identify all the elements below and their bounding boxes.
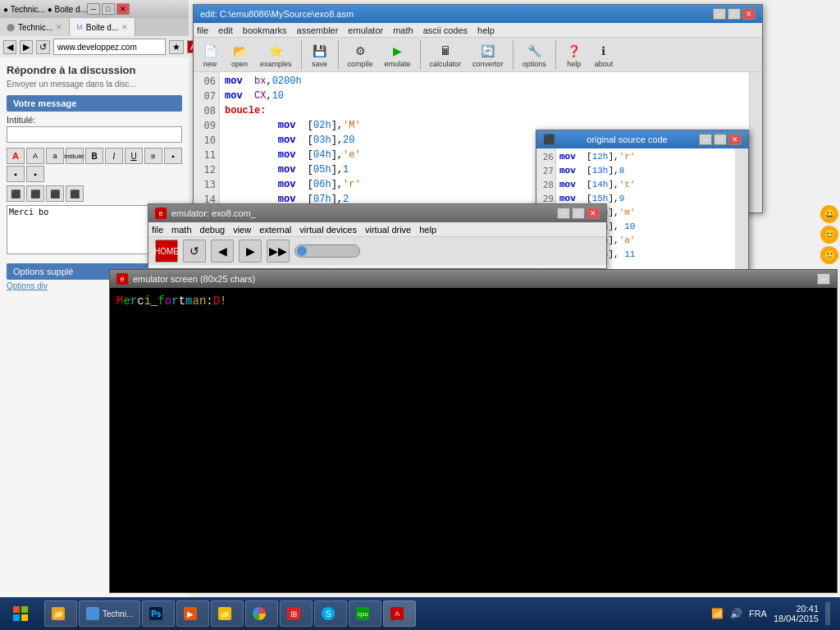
taskbar-item-windows[interactable]: ⊞	[280, 600, 313, 627]
browser-close-btn[interactable]: ✕	[116, 3, 130, 15]
forum-btn-underline[interactable]: U	[125, 148, 143, 164]
taskbar-item-media[interactable]: ▶	[176, 600, 209, 627]
editor-tb-new[interactable]: 📄 new	[197, 39, 223, 71]
editor-scrollbar-vertical[interactable]	[749, 72, 762, 212]
forum-btn-bold[interactable]: B	[85, 148, 103, 164]
taskbar-item-skype[interactable]: S	[314, 600, 347, 627]
editor-menu-edit[interactable]: edit	[218, 25, 233, 35]
forum-btn-img1[interactable]: ⬛	[7, 185, 25, 202]
editor-menu-file[interactable]: file	[197, 25, 208, 35]
source-scrollbar[interactable]	[735, 148, 748, 272]
about-icon: ℹ	[595, 42, 613, 60]
emulator-title-bar: e emulator: exo8.com_ ─ □ ✕	[148, 204, 606, 222]
source-maximize-btn[interactable]: □	[714, 134, 727, 145]
emu-menu-debug[interactable]: debug	[200, 225, 226, 235]
explorer-icon: 📁	[218, 607, 231, 620]
forum-btn-img4[interactable]: ⬛	[66, 185, 84, 202]
editor-tb-save[interactable]: 💾 save	[307, 39, 333, 71]
browser-title-text: ● Technic... ● Boite d...	[3, 5, 87, 14]
emu-step-back-btn[interactable]: ◀	[211, 240, 234, 262]
emu-menu-view[interactable]: view	[233, 225, 251, 235]
editor-tb-options[interactable]: 🔧 options	[518, 39, 550, 71]
forum-intitule-input[interactable]	[7, 126, 182, 143]
editor-minimize-btn[interactable]: ─	[713, 8, 726, 20]
source-close-btn[interactable]: ✕	[728, 134, 742, 145]
forum-btn-align[interactable]: ≡	[144, 148, 162, 164]
editor-menu-math[interactable]: math	[393, 25, 413, 35]
source-minimize-btn[interactable]: ─	[699, 134, 712, 145]
editor-menu-ascii[interactable]: ascii codes	[423, 25, 468, 35]
editor-menu-bookmarks[interactable]: bookmarks	[243, 25, 287, 35]
emu-menu-file[interactable]: file	[152, 225, 163, 235]
emu-run-btn[interactable]: ▶▶	[267, 240, 290, 262]
editor-tb-emulate[interactable]: ▶ emulate	[381, 39, 415, 71]
editor-restore-btn[interactable]: □	[728, 8, 741, 20]
svg-rect-0	[13, 606, 20, 613]
browser-tab-boite-close-icon[interactable]: ✕	[121, 23, 128, 31]
forum-options-link[interactable]: Options div	[7, 281, 48, 290]
emu-menu-math[interactable]: math	[171, 225, 191, 235]
forum-btn-fontA2[interactable]: A	[26, 148, 44, 164]
browser-forward-btn[interactable]: ▶	[20, 40, 33, 54]
forum-btn-box2[interactable]: ▪	[7, 166, 25, 182]
forum-btn-img2[interactable]: ⬛	[26, 185, 44, 202]
taskbar-item-explorer[interactable]: 📁	[211, 600, 244, 627]
emulator-screen-minimize-btn[interactable]: ─	[817, 273, 830, 285]
editor-tb-compile[interactable]: ⚙ compile	[344, 39, 377, 71]
emulator-restore-btn[interactable]: □	[572, 208, 585, 219]
browser-maximize-btn[interactable]: □	[102, 3, 115, 15]
taskbar-item-photoshop[interactable]: Ps	[142, 600, 175, 627]
browser-tab-technic[interactable]: ⬤ Technic... ✕	[0, 18, 70, 36]
taskbar-item-emu8086[interactable]: cpu	[349, 600, 381, 627]
forum-btn-img3[interactable]: ⬛	[46, 185, 64, 202]
browser-back-btn[interactable]: ◀	[3, 40, 16, 54]
browser-address-input[interactable]	[53, 39, 166, 55]
forum-btn-box3[interactable]: ▪	[26, 166, 44, 182]
taskbar-item-chrome[interactable]	[245, 600, 278, 627]
editor-tb-calculator[interactable]: 🖩 calculator	[426, 39, 466, 71]
editor-menu-assembler[interactable]: assembler	[297, 25, 339, 35]
editor-tb-convertor[interactable]: 🔄 convertor	[468, 39, 508, 71]
taskbar-item-technic[interactable]: Techni...	[79, 600, 140, 627]
emulator-screen-content[interactable]: Merci_fortman:D!	[110, 288, 837, 592]
emu-char-i: i	[144, 294, 151, 308]
photoshop-icon: Ps	[149, 607, 162, 620]
options-icon: 🔧	[525, 42, 543, 60]
editor-close-btn[interactable]: ✕	[742, 8, 756, 20]
emu-menu-help[interactable]: help	[419, 225, 436, 235]
emu-menu-external[interactable]: external	[259, 225, 291, 235]
forum-btn-taille[interactable]: Intitulé:	[66, 148, 84, 164]
forum-btn-box1[interactable]: ▪	[164, 148, 182, 164]
emulator-close-btn[interactable]: ✕	[587, 208, 600, 219]
emulator-menubar: file math debug view external virtual de…	[148, 222, 606, 237]
emu-speed-slider[interactable]	[294, 244, 360, 258]
emu-step-btn[interactable]: ▶	[239, 240, 262, 262]
editor-tb-examples[interactable]: ⭐ examples	[256, 39, 296, 71]
emu-home-btn[interactable]: HOME	[155, 240, 178, 262]
forum-btn-fonta[interactable]: a	[46, 148, 64, 164]
browser-minimize-btn[interactable]: ─	[87, 3, 100, 15]
forum-btn-fontA1[interactable]: A	[7, 148, 25, 164]
emulator-minimize-btn[interactable]: ─	[557, 208, 570, 219]
editor-tb-about[interactable]: ℹ about	[591, 39, 618, 71]
convertor-icon: 🔄	[479, 42, 497, 60]
editor-tb-help[interactable]: ❓ help	[561, 39, 587, 71]
browser-star-btn[interactable]: ★	[169, 40, 184, 54]
browser-tab-boite[interactable]: M Boite d... ✕	[70, 18, 135, 36]
toolbar-sep-5	[555, 40, 556, 70]
emu-menu-virtual-devices[interactable]: virtual devices	[299, 225, 357, 235]
emu-menu-virtual-drive[interactable]: virtual drive	[365, 225, 411, 235]
line-num: 12	[197, 162, 216, 177]
editor-tb-open[interactable]: 📂 open	[226, 39, 253, 71]
start-button[interactable]	[0, 597, 41, 630]
taskbar-show-desktop-btn[interactable]	[825, 602, 830, 625]
browser-tab-close-icon[interactable]: ✕	[56, 23, 62, 31]
editor-menu-help[interactable]: help	[477, 25, 495, 35]
emu-reload-btn[interactable]: ↺	[183, 240, 206, 262]
editor-menu-emulator[interactable]: emulator	[348, 25, 383, 35]
editor-line-numbers: 06 07 08 09 10 11 12 13 14 15	[194, 72, 220, 212]
browser-refresh-btn[interactable]: ↺	[36, 40, 50, 54]
forum-btn-italic[interactable]: I	[105, 148, 123, 164]
taskbar-item-acrobat[interactable]: A	[383, 600, 416, 627]
taskbar-item-file-manager[interactable]: 📁	[44, 600, 77, 627]
